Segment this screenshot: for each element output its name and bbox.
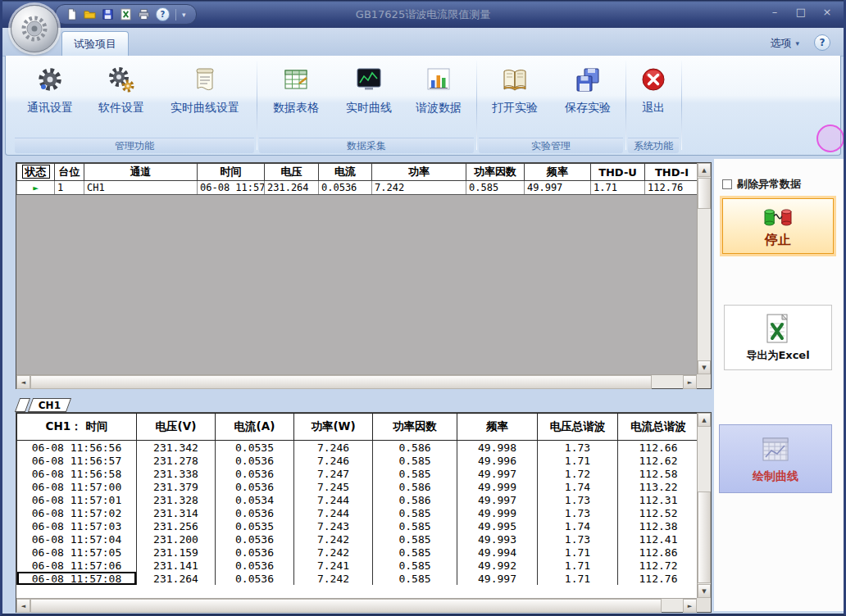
value-cell[interactable]: 49.998 (457, 441, 538, 455)
minimize-button[interactable]: – (768, 6, 781, 18)
value-cell[interactable]: 231.159 (137, 546, 216, 559)
table-row[interactable]: 06-08 11:57:03231.2560.05357.2430.58549.… (17, 519, 699, 532)
value-cell[interactable]: 231.256 (137, 519, 216, 532)
curve-settings-button[interactable]: 实时曲线设置 (157, 57, 253, 139)
value-cell[interactable]: 113.22 (618, 480, 699, 493)
column-header[interactable]: 电流总谐波 (618, 414, 699, 441)
stop-button[interactable]: 停止 (722, 198, 834, 254)
value-cell[interactable]: 7.241 (294, 559, 373, 572)
table-row[interactable]: 06-08 11:57:01231.3280.05347.2440.58649.… (17, 493, 699, 506)
column-header[interactable]: THD-U (591, 164, 645, 181)
value-cell[interactable]: 0.586 (373, 441, 457, 455)
scroll-thumb[interactable] (30, 375, 652, 389)
table-row[interactable]: 06-08 11:57:08231.2640.05367.2420.58549.… (17, 572, 699, 585)
value-cell[interactable]: 0.586 (373, 493, 457, 506)
value-cell[interactable]: 7.246 (294, 454, 373, 467)
scroll-left-button[interactable]: ◄ (16, 599, 30, 613)
value-cell[interactable]: 1.71 (538, 546, 618, 559)
table-row[interactable]: 06-08 11:57:02231.3140.05367.2440.58549.… (17, 506, 699, 519)
data-cell[interactable]: 231.264 (265, 181, 319, 195)
realtime-curve-button[interactable]: 实时曲线 (334, 57, 404, 139)
value-cell[interactable]: 7.242 (294, 572, 373, 585)
scroll-thumb[interactable] (698, 491, 711, 583)
value-cell[interactable]: 112.31 (618, 493, 699, 506)
value-cell[interactable]: 49.997 (457, 467, 538, 480)
value-cell[interactable]: 1.71 (538, 559, 618, 572)
value-cell[interactable]: 1.73 (538, 506, 618, 519)
save-experiment-button[interactable]: 保存实验 (552, 57, 624, 139)
data-cell[interactable]: 112.76 (645, 181, 699, 195)
value-cell[interactable]: 1.71 (538, 454, 618, 467)
exit-button[interactable]: 退出 (627, 57, 680, 139)
value-cell[interactable]: 0.585 (373, 506, 457, 519)
column-header[interactable]: 功率(W) (294, 414, 373, 441)
value-cell[interactable]: 231.141 (137, 559, 216, 572)
time-cell[interactable]: 06-08 11:56:58 (17, 467, 137, 480)
value-cell[interactable]: 49.992 (457, 559, 538, 572)
value-cell[interactable]: 49.996 (457, 454, 538, 467)
data-cell[interactable]: 06-08 11:57:08 (198, 181, 265, 195)
value-cell[interactable]: 231.264 (137, 572, 216, 585)
value-cell[interactable]: 231.342 (137, 441, 216, 455)
bottom-vertical-scrollbar[interactable]: ▲ ▼ (697, 413, 711, 598)
scroll-thumb[interactable] (698, 178, 711, 209)
value-cell[interactable]: 7.246 (294, 441, 373, 455)
time-cell[interactable]: 06-08 11:57:03 (17, 519, 137, 532)
value-cell[interactable]: 112.52 (618, 506, 699, 519)
value-cell[interactable]: 0.0534 (216, 493, 294, 506)
value-cell[interactable]: 0.0536 (216, 467, 294, 480)
value-cell[interactable]: 1.73 (538, 493, 618, 506)
value-cell[interactable]: 0.0536 (216, 532, 294, 546)
time-cell[interactable]: 06-08 11:57:01 (17, 493, 137, 506)
top-horizontal-scrollbar[interactable]: ◄ ► (16, 374, 697, 388)
tab-ch1[interactable]: CH1 (28, 398, 71, 412)
value-cell[interactable]: 0.585 (373, 532, 457, 546)
column-header[interactable]: 功率 (372, 164, 466, 181)
value-cell[interactable]: 0.0536 (216, 480, 294, 493)
value-cell[interactable]: 231.314 (137, 506, 216, 519)
value-cell[interactable]: 49.999 (457, 480, 538, 493)
value-cell[interactable]: 49.999 (457, 506, 538, 519)
column-header[interactable]: 频率 (457, 414, 538, 441)
value-cell[interactable]: 1.74 (538, 480, 618, 493)
scroll-down-button[interactable]: ▼ (698, 584, 711, 598)
table-row[interactable]: 06-08 11:56:56231.3420.05357.2460.58649.… (17, 441, 699, 455)
value-cell[interactable]: 112.41 (618, 532, 699, 546)
value-cell[interactable]: 231.278 (137, 454, 216, 467)
help-button[interactable]: ? (814, 34, 830, 51)
time-cell[interactable]: 06-08 11:56:56 (17, 441, 137, 455)
time-cell[interactable]: 06-08 11:57:08 (17, 572, 137, 585)
time-cell[interactable]: 06-08 11:57:05 (17, 546, 137, 559)
time-cell[interactable]: 06-08 11:57:00 (17, 480, 137, 493)
column-header[interactable]: 时间 (198, 164, 265, 181)
time-cell[interactable]: 06-08 11:57:06 (17, 559, 137, 572)
value-cell[interactable]: 1.74 (538, 519, 618, 532)
data-cell[interactable]: CH1 (84, 181, 198, 195)
table-row[interactable]: 06-08 11:57:04231.2000.05367.2420.58549.… (17, 532, 699, 546)
column-header[interactable]: CH1： 时间 (17, 414, 137, 441)
top-vertical-scrollbar[interactable]: ▲ ▼ (697, 163, 711, 374)
export-excel-button[interactable]: 导出为Excel (724, 305, 832, 370)
harmonic-data-button[interactable]: 谐波数据 (404, 57, 473, 139)
table-row[interactable]: 06-08 11:57:06231.1410.05367.2410.58549.… (17, 559, 699, 572)
data-cell[interactable]: 0.585 (466, 181, 525, 195)
column-header[interactable]: THD-I (645, 164, 699, 181)
value-cell[interactable]: 1.73 (538, 532, 618, 546)
column-header[interactable]: 功率因数 (373, 414, 457, 441)
value-cell[interactable]: 112.86 (618, 546, 699, 559)
maximize-button[interactable]: □ (794, 6, 807, 18)
bottom-horizontal-scrollbar[interactable]: ◄ ► (16, 598, 697, 612)
column-header[interactable]: 频率 (525, 164, 591, 181)
comm-settings-button[interactable]: 通讯设置 (14, 57, 86, 139)
open-experiment-button[interactable]: 打开实验 (478, 57, 552, 139)
value-cell[interactable]: 1.71 (538, 572, 618, 585)
close-button[interactable]: × (821, 6, 834, 18)
value-cell[interactable]: 49.997 (457, 493, 538, 506)
time-cell[interactable]: 06-08 11:57:02 (17, 506, 137, 519)
value-cell[interactable]: 7.243 (294, 519, 373, 532)
value-cell[interactable]: 0.585 (373, 546, 457, 559)
value-cell[interactable]: 0.585 (373, 559, 457, 572)
column-header[interactable]: 电压 (265, 164, 319, 181)
value-cell[interactable]: 0.0535 (216, 441, 294, 455)
value-cell[interactable]: 7.247 (294, 467, 373, 480)
